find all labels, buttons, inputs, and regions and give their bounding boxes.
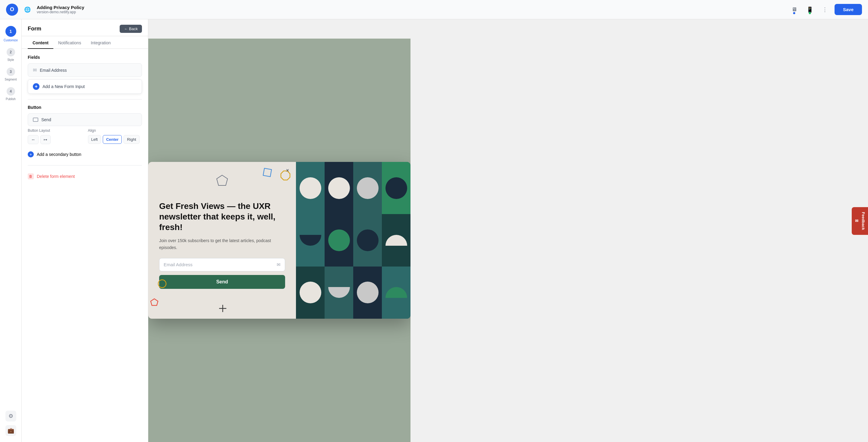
email-icon: ✉ <box>33 67 37 73</box>
align-right-btn[interactable]: Right <box>124 135 139 144</box>
modal-left: × <box>148 162 296 319</box>
step-2-badge: 2 <box>7 48 15 56</box>
device-switcher: 🖥 📱 ⋮ <box>789 4 830 15</box>
sidebar-item-publish[interactable]: 4 Publish <box>0 84 22 104</box>
delete-icon: 🗑 <box>28 173 34 179</box>
sidebar-item-style[interactable]: 2 Style <box>0 45 22 64</box>
panel-title: Form <box>28 26 41 32</box>
feedback-label: Feedback <box>861 212 866 230</box>
sidebar-item-customize[interactable]: 1 Customize <box>0 23 22 45</box>
globe-icon: 🌐 <box>23 5 32 14</box>
modal-email-input[interactable]: Email Address ✉ <box>159 258 285 271</box>
topbar: O 🌐 Adding Privacy Policy version-demo.n… <box>0 0 868 19</box>
deco-cross <box>219 305 226 312</box>
panel-body: Fields ✉ Email Address + Add a New Form … <box>22 49 148 442</box>
add-secondary-label: Add a secondary button <box>37 152 82 157</box>
tab-integration[interactable]: Integration <box>86 36 116 49</box>
modal-popup: × <box>148 162 410 319</box>
tab-notifications[interactable]: Notifications <box>53 36 86 49</box>
sidebar-bottom: ⚙ 💼 <box>0 411 22 442</box>
button-section-label: Button <box>28 105 142 110</box>
sidebar-publish-label: Publish <box>6 97 16 101</box>
panel-tabs: Content Notifications Integration <box>22 36 148 49</box>
grid-cell-r1c1 <box>296 162 324 214</box>
desktop-device-btn[interactable]: 🖥 <box>789 4 800 15</box>
sidebar: 1 Customize 2 Style 3 Segment 4 Publish … <box>0 19 22 442</box>
modal-headline: Get Fresh Views — the UXR newsletter tha… <box>159 201 285 232</box>
divider-1 <box>28 99 142 99</box>
fields-section-label: Fields <box>28 55 142 60</box>
mobile-device-btn[interactable]: 📱 <box>804 4 815 15</box>
briefcase-icon[interactable]: 💼 <box>5 425 16 436</box>
page-subtitle: version-demo.netlify.app <box>37 10 784 14</box>
layout-full-btn[interactable]: ↔ <box>28 135 38 144</box>
email-field-icon: ✉ <box>277 262 281 267</box>
step-4-badge: 4 <box>7 87 15 95</box>
align-group: Align Left Center Right <box>88 128 142 144</box>
step-3-badge: 3 <box>7 67 15 76</box>
sidebar-customize-label: Customize <box>4 38 18 42</box>
main-canvas: × <box>148 38 410 442</box>
add-secondary-icon: + <box>28 151 34 157</box>
grid-cell-r3c2 <box>324 267 353 319</box>
back-button[interactable]: ← Back <box>120 25 142 33</box>
add-input-icon: + <box>33 83 39 90</box>
grid-cell-r2c3 <box>353 214 382 266</box>
add-input-label: Add a New Form Input <box>42 84 85 89</box>
feedback-icon: ✉ <box>854 218 859 223</box>
grid-cell-r1c3 <box>353 162 382 214</box>
grid-cell-r3c3 <box>353 267 382 319</box>
align-options: Left Center Right <box>88 135 142 144</box>
modal-right-grid <box>296 162 410 319</box>
button-layout-group: Button Layout ↔ ↦ <box>28 128 82 144</box>
app-logo[interactable]: O <box>6 4 18 16</box>
grid-cell-r1c4 <box>382 162 410 214</box>
form-panel: Form ← Back Content Notifications Integr… <box>22 19 148 442</box>
sidebar-item-segment[interactable]: 3 Segment <box>0 64 22 84</box>
grid-cell-r3c1 <box>296 267 324 319</box>
app-wrapper: 1 Customize 2 Style 3 Segment 4 Publish … <box>0 0 410 442</box>
feedback-tab[interactable]: Feedback ✉ <box>852 207 868 235</box>
save-button[interactable]: Save <box>835 4 862 15</box>
grid-cell-r2c4 <box>382 214 410 266</box>
align-left-btn[interactable]: Left <box>88 135 101 144</box>
deco-pentagon <box>216 175 228 187</box>
deco-square <box>263 168 272 177</box>
align-label: Align <box>88 128 142 132</box>
tab-content[interactable]: Content <box>28 36 53 49</box>
modal-close-button[interactable]: × <box>283 166 292 175</box>
divider-2 <box>28 165 142 166</box>
send-btn-label: Send <box>41 117 51 122</box>
delete-form-element[interactable]: 🗑 Delete form element <box>28 171 142 182</box>
modal-subtext: Join over 150k subscribers to get the la… <box>159 237 285 251</box>
modal-send-button[interactable]: Send <box>159 275 285 289</box>
step-1-badge: 1 <box>5 26 16 37</box>
button-layout-label: Button Layout <box>28 128 82 132</box>
settings-icon[interactable]: ⚙ <box>5 411 16 421</box>
more-options-btn[interactable]: ⋮ <box>820 5 830 14</box>
grid-cell-r3c4 <box>382 267 410 319</box>
delete-label: Delete form element <box>37 174 75 179</box>
sidebar-style-label: Style <box>7 58 14 61</box>
topbar-title-block: Adding Privacy Policy version-demo.netli… <box>37 5 784 14</box>
svg-rect-1 <box>263 168 272 177</box>
add-secondary-button[interactable]: + Add a secondary button <box>28 149 142 160</box>
button-rect-icon <box>33 118 38 122</box>
grid-cell-r2c1 <box>296 214 324 266</box>
grid-cell-r2c2 <box>324 214 353 266</box>
email-address-field: ✉ Email Address <box>28 63 142 77</box>
grid-cell-r1c2 <box>324 162 353 214</box>
svg-marker-0 <box>217 175 227 185</box>
svg-marker-6 <box>151 299 158 305</box>
layout-options: ↔ ↦ <box>28 135 82 144</box>
deco-pentagon-red <box>150 298 158 306</box>
align-center-btn[interactable]: Center <box>103 135 122 144</box>
page-title: Adding Privacy Policy <box>37 5 784 10</box>
layout-align-row: Button Layout ↔ ↦ Align Left Center Righ… <box>28 128 142 144</box>
layout-partial-btn[interactable]: ↦ <box>40 135 51 144</box>
send-button-preview[interactable]: Send <box>28 113 142 126</box>
sidebar-segment-label: Segment <box>4 78 17 81</box>
modal-email-placeholder: Email Address <box>164 262 193 267</box>
add-input-button[interactable]: + Add a New Form Input <box>28 79 142 94</box>
email-field-label: Email Address <box>40 68 67 73</box>
